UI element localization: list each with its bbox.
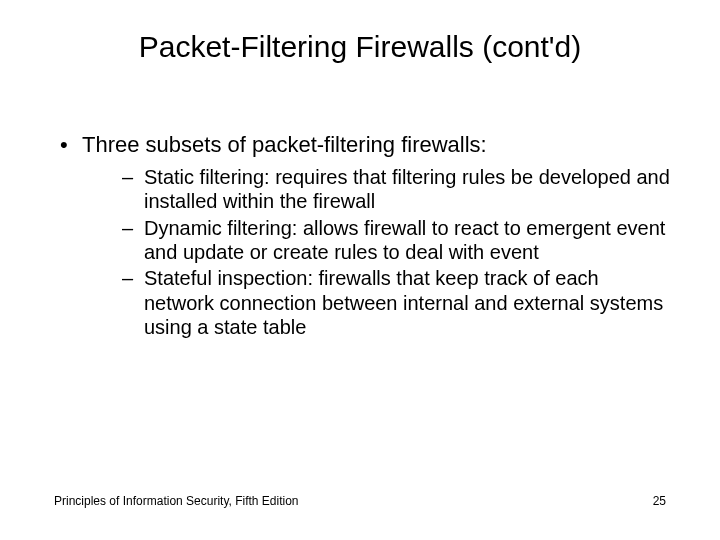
bullet-level1-text: Three subsets of packet-filtering firewa… — [82, 132, 487, 157]
bullet-level1: Three subsets of packet-filtering firewa… — [54, 132, 674, 340]
bullet-level2: Static filtering: requires that filterin… — [82, 165, 674, 214]
sub-bullet-list: Static filtering: requires that filterin… — [82, 165, 674, 340]
slide-body: Three subsets of packet-filtering firewa… — [54, 132, 674, 344]
bullet-level2: Stateful inspection: firewalls that keep… — [82, 266, 674, 339]
bullet-level2-text: Static filtering: requires that filterin… — [144, 166, 670, 212]
slide: Packet-Filtering Firewalls (cont'd) Thre… — [0, 0, 720, 540]
slide-title: Packet-Filtering Firewalls (cont'd) — [0, 30, 720, 64]
bullet-level2-text: Dynamic filtering: allows firewall to re… — [144, 217, 665, 263]
bullet-level2-text: Stateful inspection: firewalls that keep… — [144, 267, 663, 338]
footer-source: Principles of Information Security, Fift… — [54, 494, 299, 508]
slide-number: 25 — [653, 494, 666, 508]
bullet-level2: Dynamic filtering: allows firewall to re… — [82, 216, 674, 265]
